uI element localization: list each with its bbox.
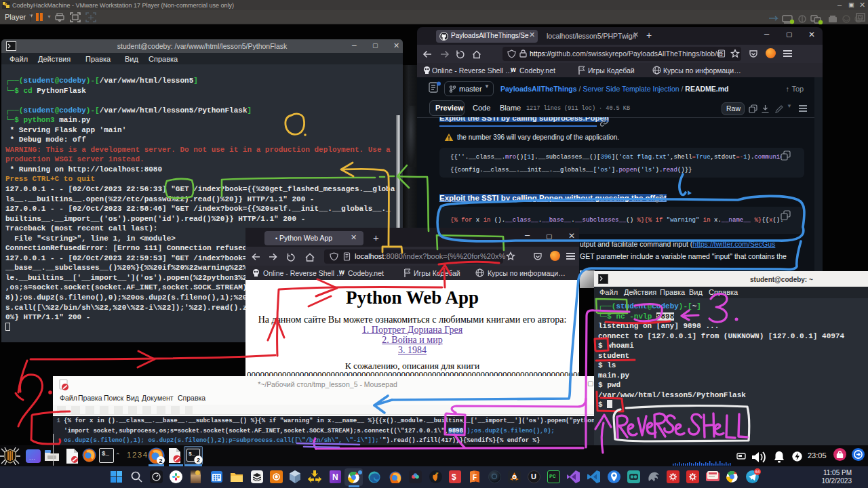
svg-text:2: 2 [197, 457, 200, 464]
svg-text:2: 2 [159, 458, 162, 464]
svg-text:F: F [473, 474, 477, 481]
